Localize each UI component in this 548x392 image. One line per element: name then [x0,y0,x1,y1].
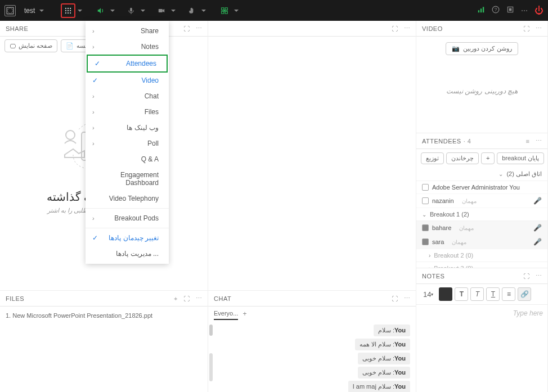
checkbox-icon[interactable] [422,224,429,231]
video-menu-icon[interactable]: ⋯ [536,25,542,32]
svg-point-24 [66,130,75,139]
underline-button[interactable]: T [486,287,500,301]
svg-point-1 [65,7,66,8]
mic-caret-icon[interactable] [141,10,145,12]
chat-add-tab-icon[interactable]: + [242,310,246,320]
dd-share[interactable]: ›Share [86,23,169,39]
notes-textarea[interactable]: Type here [416,305,547,392]
file-item[interactable]: 1. New Microsoft PowerPoint Presentation… [6,312,202,319]
font-size-select[interactable]: 14 ▾ [420,287,437,301]
dd-poll[interactable]: ›Poll [86,136,169,151]
chat-message: You: سلام I am maj [348,381,410,392]
dd-attendees[interactable]: ✓Attendees [87,55,168,73]
dd-notes[interactable]: ›Notes [86,39,169,55]
dd-manage-pods[interactable]: مدیریت پادها ... [86,246,169,262]
share-pod-max-icon[interactable]: ⛶ [183,25,190,32]
mic-button[interactable] [124,3,138,18]
bold-button[interactable]: T [455,287,468,301]
svg-text:?: ? [495,7,497,12]
dd-files[interactable]: ›Files [86,104,169,120]
share-tab-screen[interactable]: 🖵 صفحه نمایش [5,39,57,52]
start-camera-button[interactable]: روشن کردن دوربین 📷 [446,42,518,55]
pods-dropdown: ›Share ›Notes ✓Attendees ✓Video ›Chat ›F… [86,21,169,264]
chat-scroll-up[interactable] [209,325,213,336]
fullscreen-icon[interactable] [506,6,514,15]
italic-button[interactable]: T [470,287,484,301]
dd-qa[interactable]: Q & A [86,151,169,167]
video-empty-msg: هیچ دوربینی روشن نیست [446,87,518,95]
files-header: FILES [6,295,24,302]
checkbox-icon[interactable] [422,238,429,245]
share2-menu-icon[interactable]: ⋯ [404,25,411,32]
bullets-button[interactable]: ≡ [502,287,515,301]
dd-engagement[interactable]: Engagement Dashboard [86,167,169,191]
distribute-button[interactable]: توزیع [421,152,444,164]
help-icon[interactable]: ? [492,6,500,15]
files-max-icon[interactable]: ⛶ [183,295,190,302]
attendee-row[interactable]: Adobe Server Administrator You [416,181,547,194]
video-max-icon[interactable]: ⛶ [523,25,530,32]
dd-weblinks[interactable]: ›وب لینک ها [86,120,169,136]
notes-header: NOTES [422,273,444,280]
mic-icon: 🎤 [533,224,542,232]
end-breakout-button[interactable]: پایان breakout [497,152,544,164]
screen-icon: 🖵 [10,43,16,49]
breakout3-group[interactable]: ›Breakout 3 (0) [416,262,547,268]
camera-caret-icon[interactable] [171,10,176,12]
layouts-button[interactable] [61,3,75,18]
speaker-caret-icon[interactable] [110,10,115,12]
svg-point-5 [68,10,69,11]
dd-change-layout[interactable]: ✓تغییر چیدمان پادها [86,230,169,246]
chat-scrollbar[interactable] [209,353,213,381]
share2-max-icon[interactable]: ⛶ [392,25,398,32]
files-pod: FILES + ⛶ ⋯ 1. New Microsoft PowerPoint … [0,291,208,392]
hand-caret-icon[interactable] [201,10,206,12]
app-logo[interactable] [5,5,16,16]
checkbox-icon[interactable] [422,197,429,204]
svg-point-3 [70,7,71,8]
files-add-icon[interactable]: + [174,295,178,302]
main-room-group[interactable]: اتاق اصلی (2)⌄ [416,168,547,181]
dd-telephony[interactable]: Video Telephony [86,191,169,206]
breakout2-group[interactable]: ›Breakout 2 (0) [416,249,547,262]
share-pod-menu-icon[interactable]: ⋯ [196,25,203,32]
link-button[interactable]: 🔗 [518,287,531,301]
title-text: test [24,7,35,15]
end-meeting-icon[interactable]: ⏻ [534,6,543,16]
files-menu-icon[interactable]: ⋯ [196,295,203,302]
dd-video[interactable]: ✓Video [86,73,169,88]
notes-max-icon[interactable]: ⛶ [523,273,530,280]
chat-menu-icon[interactable]: ⋯ [404,295,411,302]
speaker-button[interactable] [93,3,108,18]
more-icon[interactable]: ⋯ [521,7,528,15]
breakout-button[interactable] [217,3,232,18]
raise-hand-button[interactable] [185,3,199,18]
att-menu-icon[interactable]: ⋯ [536,137,542,145]
layouts-caret-icon[interactable] [78,10,82,12]
chat-tab-everyone[interactable]: Everyo... [214,310,238,320]
att-view-icon[interactable]: ≡ [526,138,530,145]
breakout-caret-icon[interactable] [234,10,239,12]
chat-max-icon[interactable]: ⛶ [392,295,398,302]
notes-pod: NOTES ⛶ ⋯ 14 ▾ T T T ≡ 🔗 Type here [416,268,548,392]
mic-icon: 🎤 [533,238,542,246]
rotate-button[interactable]: چرخاندن [446,152,479,164]
breakout1-group[interactable]: ⌄Breakout 1 (2) [416,208,547,221]
svg-rect-18 [509,8,512,11]
checkbox-icon[interactable] [422,184,429,191]
svg-point-2 [68,7,69,8]
dd-breakout-pods[interactable]: ›Breakout Pods [86,210,169,226]
attendee-row[interactable]: sara مهمان 🎤 [416,235,547,249]
share-header: SHARE [6,25,28,32]
svg-point-8 [68,12,69,13]
dd-chat[interactable]: ›Chat [86,88,169,104]
notes-menu-icon[interactable]: ⋯ [536,272,542,280]
attendee-row[interactable]: bahare مهمان 🎤 [416,221,547,235]
svg-point-6 [70,10,71,11]
chat-message: You: سلام الا همه [355,339,410,350]
meeting-title[interactable]: test [24,7,44,15]
add-breakout-button[interactable]: + [481,152,495,164]
camera-button[interactable] [154,3,169,18]
attendee-row[interactable]: nazanin مهمان 🎤 [416,194,547,208]
font-color-button[interactable] [439,287,452,301]
